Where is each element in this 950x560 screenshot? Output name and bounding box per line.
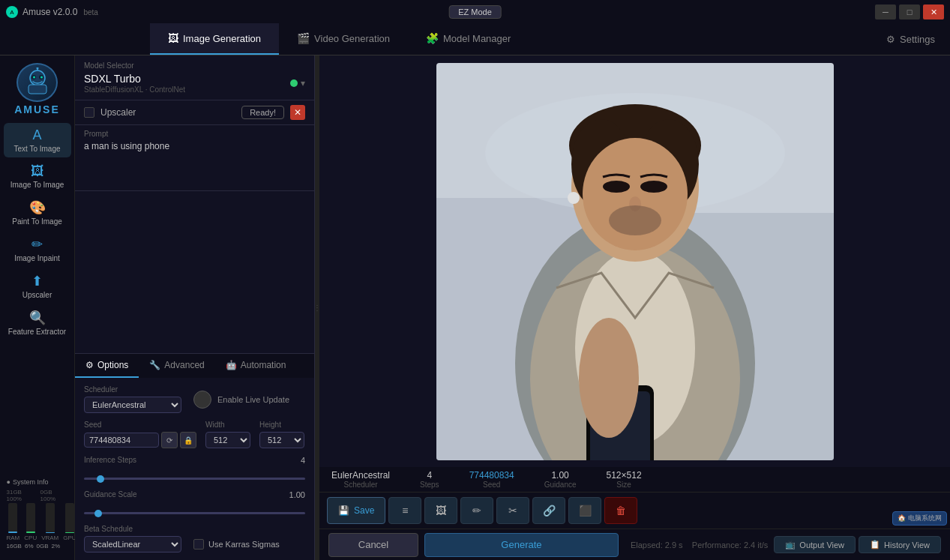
tab-image-generation[interactable]: 🖼 Image Generation [150, 23, 279, 55]
robot-svg [22, 67, 52, 97]
window-controls: ─ □ ✕ [875, 4, 944, 19]
upscaler-icon: ⬆ [31, 273, 43, 289]
image-toolbar: 💾 Save ≡ 🖼 ✏ ✂ 🔗 ⬛ 🗑 [319, 492, 950, 529]
sidebar-item-paint-to-image[interactable]: 🎨 Paint To Image [4, 195, 71, 230]
delete-button[interactable]: 🗑 [604, 497, 637, 524]
upscaler-row: Upscaler Ready! ✕ [75, 100, 314, 125]
menu-button[interactable]: ≡ [388, 497, 421, 524]
sub-tab-options[interactable]: ⚙ Options [75, 354, 139, 378]
advanced-icon: 🔧 [149, 360, 160, 370]
height-select[interactable]: 512 768 1024 [259, 432, 304, 448]
sidebar-item-text-to-image[interactable]: A Text To Image [4, 123, 71, 157]
generated-image [436, 63, 834, 460]
prompt-label: Prompt [84, 130, 305, 138]
sidebar-item-image-to-image[interactable]: 🖼 Image To Image [4, 159, 71, 193]
info-seed-key: Seed [483, 481, 500, 489]
close-button[interactable]: ✕ [923, 4, 944, 19]
feature-extractor-icon: 🔍 [29, 310, 46, 326]
live-update-toggle[interactable] [193, 391, 211, 409]
tab-video-generation[interactable]: 🎬 Video Generation [279, 23, 408, 55]
info-guidance-value: 1.00 [551, 470, 568, 481]
guidance-scale-slider[interactable] [84, 512, 305, 514]
inference-steps-slider[interactable] [84, 478, 305, 480]
beta-schedule-select[interactable]: ScaledLinear Linear Cosine [84, 536, 181, 553]
logo-text: AMUSE [14, 103, 60, 115]
elapsed-text: Elapsed: 2.9 s Performance: 2.4 it/s [631, 541, 768, 550]
upscaler-checkbox[interactable] [84, 107, 94, 118]
model-selector-row: SDXL Turbo StableDiffusionXL · ControlNe… [84, 73, 305, 94]
tab-video-gen-label: Video Generation [314, 33, 390, 44]
upscaler-close-button[interactable]: ✕ [290, 105, 305, 120]
cpu-bar: CPU [24, 503, 37, 541]
scheduler-select[interactable]: EulerAncestral Euler DPM++ [84, 397, 181, 413]
save-icon: 💾 [338, 505, 349, 516]
settings-area: Scheduler EulerAncestral Euler DPM++ Ena… [75, 378, 314, 560]
mask-icon: ⬛ [579, 505, 592, 517]
info-guidance-key: Guidance [544, 481, 577, 489]
crop-button[interactable]: ✂ [496, 497, 529, 524]
main-tab-bar: 🖼 Image Generation 🎬 Video Generation 🧩 … [0, 24, 950, 55]
sidebar-label-upscaler: Upscaler [22, 291, 52, 299]
tab-model-manager[interactable]: 🧩 Model Manager [408, 23, 529, 55]
sub-tab-automation[interactable]: 🤖 Automation [215, 354, 297, 378]
watermark-icon: 🏠 [898, 514, 906, 522]
prompt-text[interactable]: a man is using phone [84, 141, 305, 186]
vram-bar: VRAM [41, 503, 58, 541]
seed-input[interactable] [84, 433, 159, 448]
info-scheduler: EulerAncestral Scheduler [331, 470, 390, 489]
sidebar-item-upscaler[interactable]: ⬆ Upscaler [4, 268, 71, 304]
system-info: ● System Info 31GB 100%0GB 100% RAM CPU [4, 475, 71, 553]
info-steps: 4 Steps [420, 470, 439, 489]
svg-point-7 [36, 67, 38, 70]
model-selector-section: Model Selector SDXL Turbo StableDiffusio… [75, 55, 314, 100]
width-select[interactable]: 512 768 1024 [205, 432, 250, 448]
save-label: Save [354, 505, 374, 516]
history-view-button[interactable]: 📋 History View [859, 536, 941, 553]
guidance-scale-row: Guidance Scale 1.00 [84, 490, 305, 517]
model-dropdown-chevron[interactable]: ▾ [301, 78, 305, 88]
maximize-button[interactable]: □ [899, 4, 920, 19]
svg-point-21 [640, 181, 667, 193]
output-view-button[interactable]: 📺 Output View [774, 536, 856, 553]
image-button[interactable]: 🖼 [424, 497, 457, 524]
tab-image-gen-label: Image Generation [183, 33, 261, 44]
model-name: SDXL Turbo [84, 73, 185, 85]
beta-schedule-row: Beta Schedule ScaledLinear Linear Cosine… [84, 525, 305, 553]
guidance-scale-value: 1.00 [289, 490, 305, 502]
svg-point-23 [609, 205, 661, 235]
sidebar-label-paint-to-image: Paint To Image [12, 217, 62, 226]
ram-bar: RAM [7, 503, 20, 541]
seed-rand-button[interactable]: ⟳ [161, 432, 178, 448]
edit-button[interactable]: ✏ [460, 497, 493, 524]
output-view-icon: 📺 [785, 540, 796, 550]
karras-sigma-label[interactable]: Use Karras Sigmas [193, 539, 280, 550]
link-button[interactable]: 🔗 [532, 497, 565, 524]
inference-steps-label: Inference Steps [84, 456, 136, 464]
sidebar-item-image-inpaint[interactable]: ✏ Image Inpaint [4, 232, 71, 267]
karras-sigma-checkbox[interactable] [193, 539, 204, 550]
seed-size-row: Seed ⟳ 🔒 Width 512 76 [84, 421, 305, 448]
sidebar-item-feature-extractor[interactable]: 🔍 Feature Extractor [4, 305, 71, 340]
generate-button[interactable]: Generate [424, 533, 619, 557]
status-dot [290, 79, 298, 87]
info-steps-key: Steps [420, 481, 439, 489]
mask-button[interactable]: ⬛ [568, 497, 601, 524]
title-bar: A Amuse v2.0.0 beta EZ Mode ─ □ ✕ [0, 0, 950, 24]
height-label: Height [259, 421, 304, 429]
info-size: 512×512 Size [607, 470, 642, 489]
crop-icon: ✂ [508, 505, 517, 517]
edit-icon: ✏ [472, 505, 481, 517]
seed-lock-button[interactable]: 🔒 [180, 432, 196, 448]
image-gen-icon: 🖼 [168, 32, 178, 44]
save-button[interactable]: 💾 Save [327, 497, 385, 524]
ez-mode-badge[interactable]: EZ Mode [448, 5, 502, 19]
app-title-group: A Amuse v2.0.0 beta [6, 6, 98, 18]
settings-tab[interactable]: ⚙ Settings [871, 23, 950, 55]
info-scheduler-key: Scheduler [344, 481, 378, 489]
app-logo-small: A [6, 6, 18, 18]
minimize-button[interactable]: ─ [875, 4, 896, 19]
info-scheduler-value: EulerAncestral [331, 470, 390, 481]
sub-tab-advanced[interactable]: 🔧 Advanced [139, 354, 214, 378]
cancel-button[interactable]: Cancel [328, 533, 418, 557]
video-gen-icon: 🎬 [297, 32, 310, 44]
